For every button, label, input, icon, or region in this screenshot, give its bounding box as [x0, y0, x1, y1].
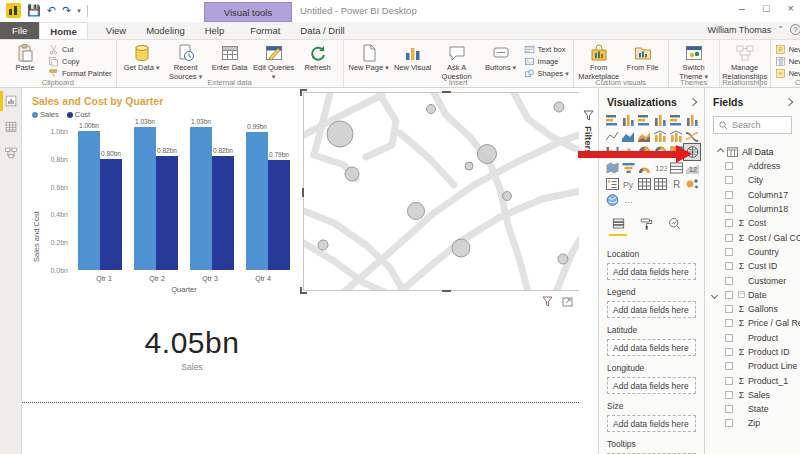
clustered-column-chart-visual-icon[interactable] — [652, 112, 668, 128]
map-bubble[interactable] — [554, 102, 564, 112]
field-checkbox[interactable] — [725, 334, 733, 342]
close-button[interactable]: × — [788, 2, 794, 14]
tab-file[interactable]: File — [0, 22, 39, 39]
filters-pane-collapsed[interactable]: Filters — [579, 88, 599, 454]
field-checkbox[interactable] — [725, 262, 733, 270]
field-item-cost-gal-co[interactable]: ΣCost / Gal CO... — [705, 230, 800, 244]
field-checkbox[interactable] — [725, 248, 733, 256]
collapse-table-chevron-icon[interactable] — [717, 148, 724, 155]
tab-help[interactable]: Help — [195, 22, 235, 39]
stacked-area-chart-visual-icon[interactable] — [636, 128, 652, 144]
100-stacked-bar-chart-visual-icon[interactable] — [668, 112, 684, 128]
map-bubble[interactable] — [408, 203, 425, 220]
expand-field-chevron-icon[interactable] — [711, 292, 718, 299]
resize-handle[interactable] — [442, 91, 451, 93]
key-influencers-visual-icon[interactable] — [684, 176, 700, 192]
gauge-visual-icon[interactable] — [636, 160, 652, 176]
arcgis-map-visual-icon[interactable] — [604, 192, 620, 208]
stacked-column-chart-visual-icon[interactable] — [620, 112, 636, 128]
field-item-gallons[interactable]: ΣGallons — [705, 302, 800, 316]
field-item-column17[interactable]: Column17 — [705, 188, 800, 202]
python-visual-visual-icon[interactable]: Py — [620, 176, 636, 192]
collapse-panel-chevron-icon[interactable] — [785, 98, 793, 106]
focus-mode-icon[interactable] — [562, 296, 573, 307]
bar-sales-qtr-1[interactable]: 1.00bn — [78, 131, 100, 270]
fields-search-input[interactable]: Search — [713, 116, 792, 134]
save-icon[interactable]: 💾 — [27, 5, 41, 16]
field-checkbox[interactable] — [725, 319, 733, 327]
slicer-visual-icon[interactable] — [604, 176, 620, 192]
field-item-cust-id[interactable]: ΣCust ID — [705, 259, 800, 273]
bar-sales-qtr-2[interactable]: 1.03bn — [134, 127, 156, 270]
collapse-ribbon-chevron-icon[interactable]: ⌃ — [777, 25, 784, 34]
bar-sales-qtr-4[interactable]: 0.99bn — [246, 132, 268, 270]
well-dropzone-size[interactable]: Add data fields here — [607, 415, 696, 432]
field-item-cost[interactable]: ΣCost — [705, 216, 800, 230]
card-visual[interactable]: 4.05bn Sales — [92, 326, 292, 372]
bar-sales-qtr-3[interactable]: 1.03bn — [190, 127, 212, 270]
redo-icon[interactable]: ↷ — [62, 5, 71, 16]
line-chart-visual-icon[interactable] — [604, 128, 620, 144]
copy-button[interactable]: Copy — [48, 56, 112, 67]
field-item-city[interactable]: City — [705, 173, 800, 187]
field-item-address[interactable]: Address — [705, 159, 800, 173]
rail-report-view-button[interactable] — [0, 88, 22, 114]
map-bubble[interactable] — [327, 121, 353, 147]
field-checkbox[interactable] — [725, 291, 733, 299]
map-bubble[interactable] — [345, 167, 359, 181]
from-file-button[interactable]: From File — [622, 42, 664, 73]
report-canvas[interactable]: Sales and Cost by Quarter SalesCost Sale… — [22, 88, 579, 454]
field-checkbox[interactable] — [725, 362, 733, 370]
enter-data-button[interactable]: Enter Data — [209, 42, 251, 73]
well-dropzone-latitude[interactable]: Add data fields here — [607, 339, 696, 356]
field-checkbox[interactable] — [725, 205, 733, 213]
maximize-button[interactable]: □ — [763, 2, 770, 14]
field-checkbox[interactable] — [725, 162, 733, 170]
bar-cost-qtr-1[interactable]: 0.80bn — [100, 159, 122, 270]
new-column-button[interactable]: New Column — [775, 56, 800, 67]
collapse-panel-chevron-icon[interactable] — [689, 98, 697, 106]
field-checkbox[interactable] — [725, 391, 733, 399]
ask-a-question-button[interactable]: Ask A Question — [436, 42, 478, 81]
map-bubble[interactable] — [558, 254, 568, 264]
edit-queries-button[interactable]: Edit Queries ▾ — [253, 42, 295, 81]
resize-handle[interactable] — [300, 89, 307, 96]
map-visual[interactable] — [303, 92, 589, 291]
resize-handle[interactable] — [302, 188, 304, 197]
field-checkbox[interactable] — [725, 191, 733, 199]
field-item-country[interactable]: Country — [705, 245, 800, 259]
bar-cost-qtr-4[interactable]: 0.79bn — [268, 160, 290, 270]
minimize-button[interactable]: – — [739, 2, 745, 14]
map-bubble[interactable] — [465, 162, 473, 170]
paste-button[interactable]: Paste — [4, 42, 46, 73]
map-bubble[interactable] — [318, 240, 328, 250]
field-checkbox[interactable] — [725, 277, 733, 285]
tab-home[interactable]: Home — [39, 22, 87, 39]
area-chart-visual-icon[interactable] — [620, 128, 636, 144]
tab-modeling[interactable]: Modeling — [136, 22, 195, 39]
field-item-price-gal-rev[interactable]: ΣPrice / Gal Rev — [705, 316, 800, 330]
map-bubble[interactable] — [503, 192, 512, 201]
tab-view[interactable]: View — [96, 22, 136, 39]
cut-button[interactable]: Cut — [48, 44, 112, 55]
filled-map-visual-icon[interactable] — [604, 160, 620, 176]
field-item-column18[interactable]: Column18 — [705, 202, 800, 216]
buttons-button[interactable]: Buttons ▾ — [480, 42, 522, 73]
map-bubble[interactable] — [452, 239, 470, 257]
manage-relationships-button[interactable]: Manage Relationships — [724, 42, 766, 81]
table-node-all-data[interactable]: All Data — [705, 144, 800, 159]
from-marketplace-button[interactable]: From Marketplace — [578, 42, 620, 81]
switch-theme-button[interactable]: Switch Theme ▾ — [673, 42, 715, 81]
field-checkbox[interactable] — [725, 377, 733, 385]
field-checkbox[interactable] — [725, 234, 733, 242]
line-and-clustered-column-chart-visual-icon[interactable] — [668, 128, 684, 144]
tab-format[interactable]: Format — [240, 22, 290, 39]
clustered-bar-chart-visual-icon[interactable] — [636, 112, 652, 128]
field-item-product-line[interactable]: Product Line — [705, 359, 800, 373]
bar-cost-qtr-3[interactable]: 0.82bn — [212, 156, 234, 270]
well-tab-analytics[interactable] — [665, 216, 683, 236]
well-tab-fields[interactable] — [609, 216, 627, 236]
image-button[interactable]: Image — [524, 56, 569, 67]
field-item-zip[interactable]: Zip — [705, 416, 800, 430]
undo-icon[interactable]: ↶ — [47, 5, 56, 16]
